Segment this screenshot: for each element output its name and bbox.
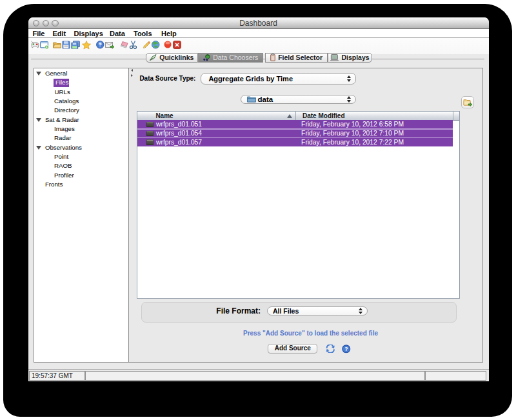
svg-text:?: ? xyxy=(99,42,102,48)
svg-text:?: ? xyxy=(344,346,348,352)
